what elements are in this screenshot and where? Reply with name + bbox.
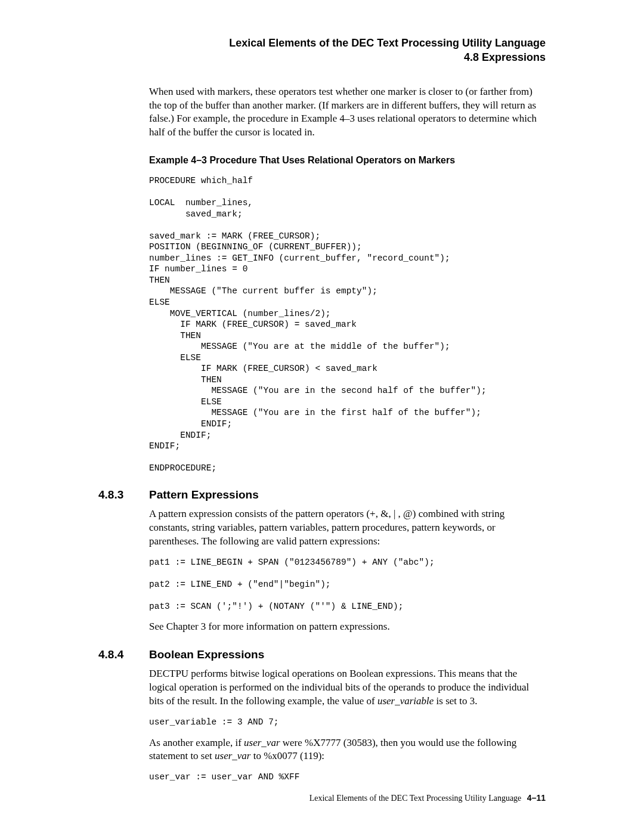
section-number: 4.8.4	[98, 648, 149, 661]
section-title: Pattern Expressions	[149, 488, 546, 501]
section-number: 4.8.3	[98, 488, 149, 501]
section-484-para1: DECTPU performs bitwise logical operatio…	[149, 667, 546, 708]
section-483-code: pat1 := LINE_BEGIN + SPAN ("0123456789")…	[149, 557, 546, 612]
para2-post: to %x0077 (119):	[250, 750, 324, 761]
intro-paragraph: When used with markers, these operators …	[149, 85, 546, 140]
para2-ital2: user_var	[215, 750, 250, 761]
example-caption: Example 4–3 Procedure That Uses Relation…	[149, 154, 546, 167]
page-footer: Lexical Elements of the DEC Text Process…	[309, 793, 546, 803]
section-484-body: DECTPU performs bitwise logical operatio…	[149, 667, 546, 783]
para2-pre: As another example, if	[149, 737, 244, 748]
section-title: Boolean Expressions	[149, 648, 546, 661]
section-483-para: A pattern expression consists of the pat…	[149, 507, 546, 549]
section-484-code1: user_variable := 3 AND 7;	[149, 717, 546, 728]
section-484-heading: 4.8.4 Boolean Expressions	[98, 648, 546, 661]
para2-ital1: user_var	[244, 737, 280, 748]
intro-block: When used with markers, these operators …	[149, 85, 546, 474]
section-484-para2: As another example, if user_var were %X7…	[149, 736, 546, 764]
footer-page: 4–11	[527, 793, 546, 803]
para1-post: is set to 3.	[434, 695, 477, 707]
section-483-heading: 4.8.3 Pattern Expressions	[98, 488, 546, 501]
running-header: Lexical Elements of the DEC Text Process…	[98, 36, 546, 65]
example-code: PROCEDURE which_half LOCAL number_lines,…	[149, 175, 546, 474]
section-484-code2: user_var := user_var AND %XFF	[149, 772, 546, 783]
header-title: Lexical Elements of the DEC Text Process…	[98, 36, 546, 50]
page: Lexical Elements of the DEC Text Process…	[0, 0, 644, 833]
header-subtitle: 4.8 Expressions	[98, 50, 546, 64]
para1-ital: user_variable	[377, 695, 434, 707]
footer-label: Lexical Elements of the DEC Text Process…	[309, 794, 522, 803]
section-483-body: A pattern expression consists of the pat…	[149, 507, 546, 634]
section-483-after: See Chapter 3 for more information on pa…	[149, 620, 546, 634]
